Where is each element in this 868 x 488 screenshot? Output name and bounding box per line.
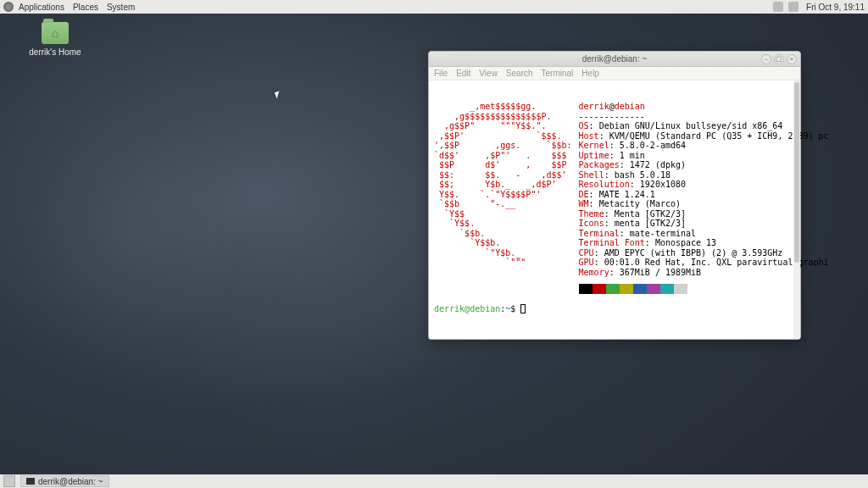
bottom-panel: derrik@debian: ~ <box>0 474 868 488</box>
terminal-window: derrik@debian: ~ – ▢ × File Edit View Se… <box>428 51 801 340</box>
cursor-icon <box>520 304 526 313</box>
folder-icon <box>42 22 69 44</box>
menu-places[interactable]: Places <box>73 3 98 12</box>
scrollbar-thumb[interactable] <box>794 82 799 263</box>
color-swatch <box>660 284 674 294</box>
color-swatch <box>620 284 633 294</box>
color-swatch <box>579 284 593 294</box>
taskbar-entry-terminal[interactable]: derrik@debian: ~ <box>20 475 109 487</box>
minimize-button[interactable]: – <box>761 54 771 64</box>
prompt: derrik@debian:~$ <box>434 304 795 314</box>
color-swatch <box>674 284 687 294</box>
color-swatch <box>606 284 620 294</box>
menu-edit[interactable]: Edit <box>456 69 470 78</box>
show-desktop-button[interactable] <box>3 475 15 487</box>
ascii-logo: _,met$$$$$gg. ,g$$$$$$$$$$$$$$$P. ,g$$P"… <box>434 102 572 268</box>
neofetch-info: derrik@debian ------------- OS: Debian G… <box>579 102 829 294</box>
color-swatch <box>593 284 606 294</box>
home-folder-icon[interactable]: derrik's Home <box>25 22 85 57</box>
home-folder-label: derrik's Home <box>25 47 85 57</box>
window-title: derrik@debian: ~ <box>582 54 648 64</box>
menu-terminal[interactable]: Terminal <box>542 69 574 78</box>
mate-logo-icon[interactable] <box>3 2 14 12</box>
network-icon[interactable] <box>788 2 798 12</box>
mouse-cursor-icon <box>275 91 281 99</box>
top-panel: Applications Places System Fri Oct 9, 19… <box>0 0 868 14</box>
menubar: File Edit View Search Terminal Help <box>429 67 800 80</box>
maximize-button[interactable]: ▢ <box>774 54 784 64</box>
titlebar[interactable]: derrik@debian: ~ – ▢ × <box>429 52 800 67</box>
menu-help[interactable]: Help <box>581 69 599 78</box>
close-button[interactable]: × <box>787 54 797 64</box>
menu-applications[interactable]: Applications <box>19 3 64 12</box>
color-swatch <box>647 284 660 294</box>
menu-file[interactable]: File <box>434 69 448 78</box>
menu-view[interactable]: View <box>479 69 498 78</box>
volume-icon[interactable] <box>773 2 783 12</box>
scrollbar[interactable] <box>793 80 800 339</box>
menu-system[interactable]: System <box>107 3 135 12</box>
menu-search[interactable]: Search <box>506 69 533 78</box>
color-swatches <box>579 284 829 294</box>
terminal-icon <box>26 478 35 485</box>
clock[interactable]: Fri Oct 9, 19:11 <box>806 3 865 12</box>
taskbar-entry-label: derrik@debian: ~ <box>38 477 103 486</box>
color-swatch <box>633 284 647 294</box>
terminal-body[interactable]: _,met$$$$$gg. ,g$$$$$$$$$$$$$$$P. ,g$$P"… <box>429 80 800 339</box>
